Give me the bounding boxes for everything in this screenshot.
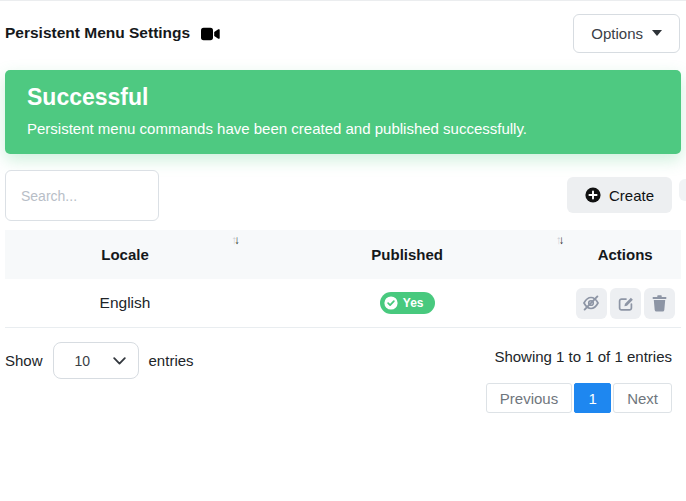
column-header-actions: Actions bbox=[569, 230, 681, 279]
sort-icon[interactable]: ↑↓ bbox=[231, 235, 237, 247]
previous-page-button[interactable]: Previous bbox=[486, 383, 572, 413]
eye-slash-icon bbox=[582, 294, 600, 312]
next-page-button[interactable]: Next bbox=[613, 383, 672, 413]
results-summary: Showing 1 to 1 of 1 entries bbox=[494, 348, 672, 365]
locales-table: Locale ↑↓ Published ↑↓ Actions English Y… bbox=[5, 230, 681, 328]
unpublish-button[interactable] bbox=[576, 288, 607, 319]
published-cell: Yes bbox=[245, 292, 569, 314]
page-size-select[interactable]: 10 bbox=[53, 342, 139, 379]
actions-cell bbox=[569, 288, 681, 319]
caret-down-icon bbox=[652, 30, 662, 36]
search-input[interactable] bbox=[5, 170, 159, 221]
table-footer: Show 10 entries Showing 1 to 1 of 1 entr… bbox=[5, 342, 681, 379]
published-badge-label: Yes bbox=[403, 296, 424, 310]
page-size-value: 10 bbox=[75, 353, 91, 369]
topbar: Persistent Menu Settings Options bbox=[5, 13, 681, 53]
table-toolbar: Create bbox=[5, 170, 681, 221]
edit-button[interactable] bbox=[610, 288, 641, 319]
column-label: Locale bbox=[101, 246, 149, 263]
sort-icon[interactable]: ↑↓ bbox=[556, 235, 562, 247]
page-title: Persistent Menu Settings bbox=[5, 24, 190, 42]
title-wrap: Persistent Menu Settings bbox=[5, 24, 220, 42]
chevron-down-icon bbox=[113, 357, 126, 365]
options-dropdown-button[interactable]: Options bbox=[573, 14, 680, 53]
delete-button[interactable] bbox=[644, 288, 675, 319]
column-header-published[interactable]: Published ↑↓ bbox=[245, 230, 569, 279]
locale-cell: English bbox=[5, 294, 245, 312]
alert-title: Successful bbox=[27, 84, 659, 111]
create-button[interactable]: Create bbox=[567, 177, 672, 213]
pagination: Previous 1 Next bbox=[5, 383, 672, 413]
page-size-control: Show 10 entries bbox=[5, 342, 194, 379]
alert-message: Persistent menu commands have been creat… bbox=[27, 120, 659, 137]
column-header-locale[interactable]: Locale ↑↓ bbox=[5, 230, 245, 279]
column-label: Actions bbox=[598, 246, 653, 263]
success-alert: Successful Persistent menu commands have… bbox=[5, 70, 681, 154]
table-row: English Yes bbox=[5, 279, 681, 328]
check-circle-icon bbox=[384, 296, 398, 310]
clipped-button-edge bbox=[679, 179, 686, 201]
create-label: Create bbox=[609, 187, 654, 204]
table-header-row: Locale ↑↓ Published ↑↓ Actions bbox=[5, 230, 681, 279]
published-badge: Yes bbox=[380, 292, 435, 314]
entries-label: entries bbox=[149, 352, 194, 369]
show-label: Show bbox=[5, 352, 43, 369]
edit-pencil-icon bbox=[617, 295, 634, 312]
plus-circle-icon bbox=[585, 187, 601, 203]
trash-icon bbox=[652, 295, 667, 312]
column-label: Published bbox=[371, 246, 443, 263]
options-label: Options bbox=[591, 25, 643, 42]
page-number-button[interactable]: 1 bbox=[574, 383, 611, 413]
video-camera-icon bbox=[201, 26, 220, 41]
persistent-menu-settings-page: Persistent Menu Settings Options Success… bbox=[0, 13, 686, 413]
